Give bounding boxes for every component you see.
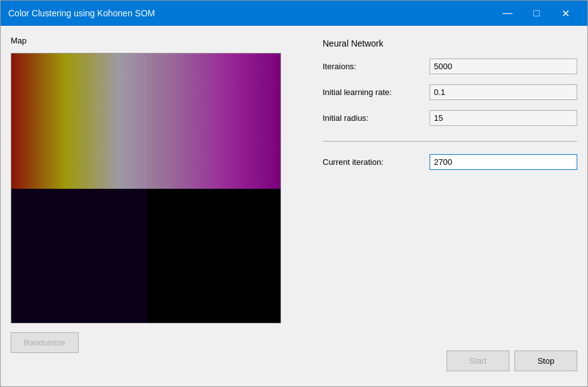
close-button[interactable]: ✕: [551, 1, 580, 26]
neural-network-title: Neural Network: [323, 38, 577, 48]
spacer: [323, 180, 577, 351]
divider: [323, 141, 577, 142]
learning-rate-input[interactable]: [430, 84, 577, 100]
main-window: Color Clustering using Kohonen SOM — □ ✕…: [0, 0, 588, 387]
title-bar: Color Clustering using Kohonen SOM — □ ✕: [1, 1, 587, 26]
map-label: Map: [11, 36, 313, 45]
color-map: [11, 53, 281, 323]
window-controls: — □ ✕: [493, 1, 580, 26]
stop-button[interactable]: Stop: [514, 351, 577, 371]
current-iteration-label: Current iteration:: [323, 157, 430, 167]
maximize-button[interactable]: □: [522, 1, 551, 26]
current-iteration-input[interactable]: [430, 154, 577, 170]
iterations-label: Iteraions:: [323, 62, 430, 71]
current-iteration-row: Current iteration:: [323, 154, 577, 170]
bottom-buttons: Start Stop: [323, 351, 577, 376]
left-panel: Map: [11, 36, 313, 376]
initial-radius-input[interactable]: [430, 110, 577, 126]
initial-radius-label: Initial radius:: [323, 113, 430, 123]
window-title: Color Clustering using Kohonen SOM: [8, 8, 155, 18]
main-content: Map: [1, 26, 587, 386]
randomize-button[interactable]: Randomize: [11, 332, 79, 353]
initial-radius-row: Initial radius:: [323, 110, 577, 126]
right-panel: Neural Network Iteraions: Initial learni…: [323, 36, 577, 376]
randomize-row: Randomize: [11, 332, 313, 353]
learning-rate-label: Initial learning rate:: [323, 87, 430, 97]
iterations-row: Iteraions:: [323, 59, 577, 74]
svg-rect-7: [11, 53, 281, 189]
learning-rate-row: Initial learning rate:: [323, 84, 577, 100]
start-button[interactable]: Start: [447, 351, 509, 371]
minimize-button[interactable]: —: [493, 1, 522, 26]
iterations-input[interactable]: [430, 59, 577, 74]
